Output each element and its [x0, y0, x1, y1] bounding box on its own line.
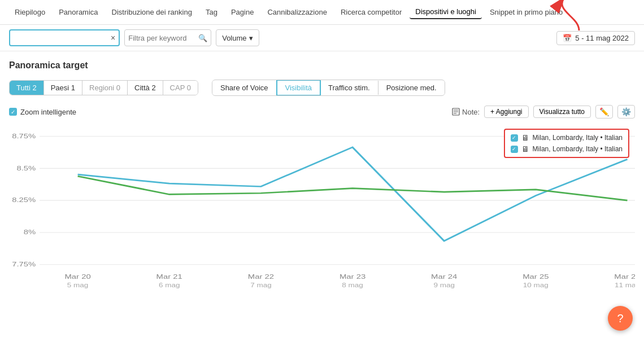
view-all-button[interactable]: Visualizza tutto — [533, 106, 591, 118]
svg-text:11 mag: 11 mag — [615, 282, 635, 289]
main-content: Panoramica target Tutti 2 Paesi 1 Region… — [0, 51, 644, 301]
monitor-icon-1: 🖥 — [521, 133, 529, 142]
chart-controls: Zoom intelligente Note: + Aggiungi Visua… — [9, 105, 635, 119]
legend-checkbox-1[interactable] — [511, 134, 518, 142]
nav-pagine[interactable]: Pagine — [225, 6, 259, 19]
geo-tab-group: Tutti 2 Paesi 1 Regioni 0 Città 2 CAP 0 — [9, 80, 198, 95]
legend-box: 🖥 Milan, Lombardy, Italy • Italian 🖥 Mil… — [504, 129, 629, 158]
tab-posizione[interactable]: Posizione med. — [378, 81, 445, 95]
svg-text:9 mag: 9 mag — [433, 282, 455, 289]
nav-cannibalizzazione[interactable]: Cannibalizzazione — [262, 6, 333, 19]
filter-tabs-row: Tutti 2 Paesi 1 Regioni 0 Città 2 CAP 0 … — [9, 80, 635, 96]
nav-dispositivi-luoghi[interactable]: Dispositivi e luoghi — [410, 5, 482, 19]
settings-icon-button[interactable]: ⚙️ — [617, 105, 635, 119]
calendar-icon: 📅 — [563, 34, 572, 42]
tab-traffico[interactable]: Traffico stim. — [320, 81, 378, 95]
close-tag-icon[interactable]: × — [111, 33, 115, 42]
nav-panoramica[interactable]: Panoramica — [53, 6, 103, 19]
volume-dropdown[interactable]: Volume ▾ — [216, 29, 259, 46]
svg-text:Mar 23: Mar 23 — [340, 273, 365, 280]
tag-text-input[interactable] — [14, 34, 108, 42]
svg-text:Mar 22: Mar 22 — [248, 273, 274, 280]
svg-text:8.75%: 8.75% — [12, 132, 36, 139]
tab-share-of-voice[interactable]: Share of Voice — [212, 81, 277, 95]
svg-text:Mar 21: Mar 21 — [156, 273, 182, 280]
svg-text:8%: 8% — [24, 229, 36, 236]
nav-ricerca-competitor[interactable]: Ricerca competitor — [335, 6, 407, 19]
nav-snippet[interactable]: Snippet in primo piano — [484, 6, 568, 19]
toolbar: × 🔍 Volume ▾ 📅 5 - 11 mag 2022 — [0, 25, 644, 51]
notes-label-text: Note: — [462, 108, 480, 116]
zoom-checkbox[interactable] — [9, 108, 17, 116]
chevron-down-icon: ▾ — [249, 34, 253, 42]
top-navigation: Riepilogo Panoramica Distribuzione dei r… — [0, 0, 644, 25]
svg-text:Mar 26: Mar 26 — [614, 273, 635, 280]
tab-cap[interactable]: CAP 0 — [163, 81, 198, 95]
search-icon[interactable]: 🔍 — [198, 34, 207, 42]
legend-label-2: Milan, Lombardy, Italy • Italian — [533, 145, 623, 153]
zoom-label: Zoom intelligente — [20, 108, 76, 116]
edit-icon-button[interactable]: ✏️ — [595, 105, 613, 119]
add-note-button[interactable]: + Aggiungi — [484, 106, 528, 118]
legend-label-1: Milan, Lombardy, Italy • Italian — [533, 134, 623, 142]
zoom-toggle[interactable]: Zoom intelligente — [9, 108, 76, 116]
notes-section: Note: + Aggiungi Visualizza tutto ✏️ ⚙️ — [452, 105, 635, 119]
section-title: Panoramica target — [9, 60, 635, 71]
notes-icon: Note: — [452, 108, 480, 116]
svg-text:7 mag: 7 mag — [250, 282, 272, 289]
svg-text:8.5%: 8.5% — [16, 164, 36, 172]
legend-item-1: 🖥 Milan, Lombardy, Italy • Italian — [511, 133, 623, 142]
legend-item-2: 🖥 Milan, Lombardy, Italy • Italian — [511, 144, 623, 154]
metric-tab-group: Share of Voice Visibilità Traffico stim.… — [212, 80, 445, 96]
nav-tag[interactable]: Tag — [200, 6, 223, 19]
svg-text:8.25%: 8.25% — [12, 196, 36, 204]
search-tag-input[interactable]: × — [9, 29, 120, 46]
svg-text:8 mag: 8 mag — [342, 282, 363, 289]
keyword-input[interactable] — [128, 34, 196, 42]
monitor-icon-2: 🖥 — [521, 144, 529, 154]
svg-text:6 mag: 6 mag — [159, 282, 180, 289]
svg-text:Mar 25: Mar 25 — [523, 273, 549, 280]
svg-text:10 mag: 10 mag — [523, 282, 549, 289]
tab-tutti[interactable]: Tutti 2 — [10, 81, 44, 95]
tab-citta[interactable]: Città 2 — [128, 81, 163, 95]
legend-checkbox-2[interactable] — [511, 146, 518, 153]
tab-paesi[interactable]: Paesi 1 — [44, 81, 82, 95]
svg-text:Mar 20: Mar 20 — [64, 273, 90, 280]
tab-visibilita[interactable]: Visibilità — [276, 80, 321, 96]
tab-regioni[interactable]: Regioni 0 — [82, 81, 128, 95]
chart-area: 8.75% 8.5% 8.25% 8% 7.75% Mar 20 Mar 21 … — [9, 123, 635, 292]
svg-text:7.75%: 7.75% — [12, 260, 36, 268]
svg-text:5 mag: 5 mag — [67, 282, 89, 289]
nav-distribuzione[interactable]: Distribuzione dei ranking — [106, 6, 198, 19]
keyword-filter-input[interactable]: 🔍 — [124, 29, 211, 46]
nav-riepilogo[interactable]: Riepilogo — [9, 6, 51, 19]
date-range-label: 5 - 11 mag 2022 — [575, 34, 629, 42]
date-range-badge[interactable]: 📅 5 - 11 mag 2022 — [556, 31, 635, 45]
svg-text:Mar 24: Mar 24 — [431, 273, 458, 280]
volume-label: Volume — [222, 34, 246, 42]
